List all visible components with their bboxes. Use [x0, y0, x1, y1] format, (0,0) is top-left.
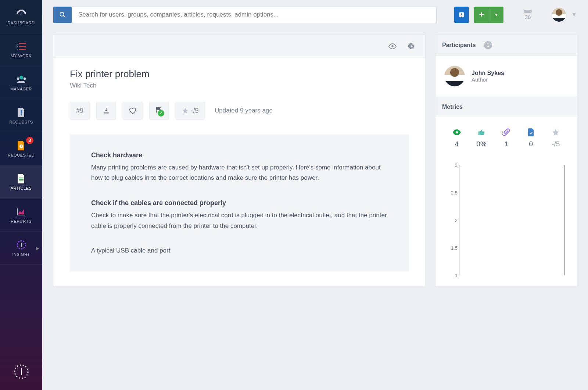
svg-point-27	[391, 45, 394, 47]
content-heading: Check hardware	[91, 150, 387, 161]
metrics-head: Metrics	[435, 97, 577, 117]
participant-role: Author	[472, 76, 504, 83]
y-tick: 1	[449, 273, 458, 278]
rating-value: -/5	[191, 107, 198, 115]
article-actions: #9 ✓ -/5 Updated 9 years ago	[70, 102, 409, 119]
avatar-caret-icon[interactable]: ▼	[571, 11, 577, 18]
participants-title: Participants	[442, 42, 476, 49]
svg-point-9	[17, 77, 19, 80]
sidebar-item-manager[interactable]: MANAGER	[0, 66, 42, 99]
svg-rect-4	[19, 49, 26, 50]
sidebar-item-label: MANAGER	[10, 87, 32, 91]
file-clock-icon	[16, 140, 27, 151]
participants-head: Participants 1	[435, 35, 577, 56]
sidebar-item-label: ARTICLES	[11, 186, 32, 190]
sidebar-item-label: REPORTS	[11, 219, 31, 223]
participant-row[interactable]: John Sykes Author	[444, 66, 568, 86]
rating-value-metric: -/5	[548, 140, 563, 148]
svg-point-10	[23, 77, 26, 80]
add-button-group: + ▼	[474, 7, 503, 23]
alert-button[interactable]	[454, 7, 469, 23]
svg-text:2: 2	[17, 46, 18, 48]
user-avatar[interactable]	[552, 8, 566, 22]
svg-rect-15	[19, 179, 24, 180]
svg-line-22	[63, 15, 65, 17]
views-icon	[449, 128, 464, 136]
alert-icon	[458, 11, 465, 18]
star-icon	[182, 107, 189, 114]
rating-button[interactable]: -/5	[176, 102, 205, 119]
y-tick: 2	[449, 218, 458, 223]
sidebar-item-insight[interactable]: ▶ INSIGHT	[0, 232, 42, 265]
list-icon: 123	[16, 41, 27, 51]
updated-label: Updated 9 years ago	[215, 107, 273, 114]
sidebar-item-label: INSIGHT	[12, 252, 30, 257]
gauge-icon	[16, 8, 27, 18]
likes-icon	[474, 128, 489, 136]
gamepad-icon	[524, 9, 532, 14]
y-tick: 2.5	[449, 190, 458, 196]
sidebar-item-label: DASHBOARD	[7, 21, 35, 25]
svg-rect-26	[524, 10, 532, 13]
svg-rect-3	[19, 46, 26, 47]
gear-icon	[408, 42, 416, 50]
svg-rect-12	[21, 114, 22, 115]
participant-name: John Sykes	[472, 70, 504, 76]
flag-icon: ✓	[155, 106, 163, 115]
settings-button[interactable]	[405, 39, 419, 53]
sidebar-item-dashboard[interactable]: DASHBOARD	[0, 0, 42, 33]
chevron-right-icon: ▶	[36, 246, 40, 250]
add-dropdown-toggle[interactable]: ▼	[489, 7, 503, 23]
insight-icon	[16, 240, 27, 250]
y-tick: 3	[449, 162, 458, 168]
points-indicator[interactable]: 30	[520, 9, 535, 20]
article-card: Fix printer problem Wiki Tech #9 ✓	[53, 35, 425, 286]
sidebar-item-label: REQUESTED	[8, 153, 35, 157]
content-paragraph: Many printing problems are caused by har…	[91, 162, 387, 184]
sidebar-item-label: REQUESTS	[9, 120, 33, 124]
sidebar-item-requests[interactable]: REQUESTS	[0, 99, 42, 132]
watch-button[interactable]	[386, 39, 399, 53]
sidebar-item-articles[interactable]: ARTICLES	[0, 165, 42, 198]
tasks-value: 0	[524, 140, 538, 148]
rating-icon	[548, 128, 563, 136]
svg-rect-18	[21, 243, 22, 247]
heart-icon	[129, 107, 137, 114]
file-alert-icon	[16, 107, 27, 118]
svg-point-28	[456, 131, 458, 133]
content-paragraph: Check to make sure that the printer's el…	[91, 210, 387, 232]
participants-card: Participants 1 John Sykes Author Metrics	[435, 35, 577, 286]
svg-rect-25	[461, 16, 462, 17]
metrics-icons-row	[444, 128, 568, 136]
metrics-values-row: 4 0% 1 0 -/5	[444, 140, 568, 148]
attachments-value: 1	[499, 140, 513, 148]
article-title: Fix printer problem	[70, 68, 409, 80]
download-icon	[103, 107, 110, 114]
sidebar-item-reports[interactable]: REPORTS	[0, 198, 42, 232]
article-number-button[interactable]: #9	[70, 102, 90, 119]
search-button[interactable]	[53, 7, 72, 23]
download-button[interactable]	[96, 102, 116, 119]
sidebar-item-mywork[interactable]: 123 MY WORK	[0, 33, 42, 66]
favorite-button[interactable]	[123, 102, 143, 119]
sidebar-item-requested[interactable]: 3 REQUESTED	[0, 132, 42, 165]
flag-button[interactable]: ✓	[149, 102, 169, 119]
svg-point-21	[60, 12, 64, 16]
svg-rect-2	[19, 43, 26, 44]
tasks-icon	[524, 128, 538, 136]
participants-count: 1	[484, 41, 492, 49]
sidebar-item-label: MY WORK	[11, 54, 32, 58]
search-input[interactable]	[72, 7, 437, 23]
top-header: + ▼ 30 ▼	[42, 0, 588, 29]
participant-avatar	[444, 66, 465, 86]
svg-text:1: 1	[17, 43, 18, 45]
right-column: Participants 1 John Sykes Author Metrics	[435, 35, 577, 286]
attachments-icon	[499, 128, 513, 136]
content-paragraph: A typical USB cable and port	[91, 246, 387, 256]
search-icon	[59, 11, 66, 18]
users-icon	[16, 74, 27, 85]
main-content: Fix printer problem Wiki Tech #9 ✓	[42, 0, 588, 297]
add-button[interactable]: +	[474, 7, 489, 23]
eye-icon	[388, 42, 397, 51]
caret-down-icon: ▼	[495, 13, 498, 17]
